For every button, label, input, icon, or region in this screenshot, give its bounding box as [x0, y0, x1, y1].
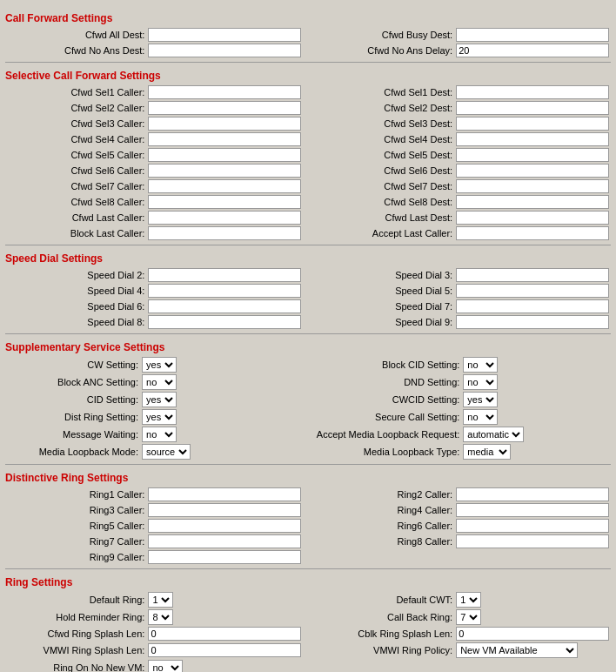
ring3-caller-label: Ring3 Caller: [90, 505, 145, 515]
cfwd-busy-dest-label: Cfwd Busy Dest: [382, 30, 452, 40]
ring5-caller-input[interactable] [148, 519, 301, 533]
ring7-caller-input[interactable] [148, 534, 301, 548]
vmwi-ring-splash-len-label: VMWI Ring Splash Len: [44, 645, 145, 655]
speed-dial-3-label: Speed Dial 3: [395, 270, 452, 280]
cfwd-sel4-dest-input[interactable] [456, 132, 609, 146]
page-container: Call Forward Settings Cfwd All Dest: Cfw… [0, 0, 616, 672]
vmwi-ring-splash-len-input[interactable] [148, 643, 301, 657]
cfwd-busy-dest-input[interactable] [456, 28, 609, 42]
default-ring-label: Default Ring: [90, 595, 145, 605]
accept-media-loopback-select[interactable]: automaticmanual [463, 427, 524, 442]
cblk-ring-splash-len-label: Cblk Ring Splash Len: [358, 628, 452, 639]
cfwd-last-caller-input[interactable] [148, 211, 301, 225]
cfwd-sel3-caller-label: Cfwd Sel3 Caller: [70, 118, 144, 129]
speed-dial-6-input[interactable] [148, 299, 301, 313]
cfwd-sel6-dest-input[interactable] [456, 164, 609, 178]
block-anc-setting-label: Block ANC Setting: [57, 377, 138, 387]
call-back-ring-select[interactable]: 123456789 [456, 609, 481, 625]
call-back-ring-label: Call Back Ring: [387, 612, 452, 622]
ring2-caller-input[interactable] [456, 487, 609, 501]
cfwd-sel8-caller-input[interactable] [148, 195, 301, 209]
cfwd-sel3-caller-input[interactable] [148, 117, 301, 131]
ring9-caller-label: Ring9 Caller: [90, 552, 145, 562]
ring7-caller-label: Ring7 Caller: [90, 536, 145, 547]
speed-dial-section: Speed Dial Settings Speed Dial 2: Speed … [5, 252, 611, 330]
dnd-setting-label: DND Setting: [404, 377, 459, 387]
speed-dial-4-input[interactable] [148, 284, 301, 298]
media-loopback-type-label: Media Loopback Type: [364, 447, 459, 457]
ring9-caller-input[interactable] [148, 550, 301, 564]
distinctive-ring-title: Distinctive Ring Settings [5, 472, 611, 484]
default-ring-select[interactable]: 123456789 [148, 592, 173, 608]
ring6-caller-label: Ring6 Caller: [398, 521, 453, 531]
cfwd-no-ans-dest-input[interactable] [148, 44, 301, 57]
cfwd-ring-splash-len-input[interactable] [148, 627, 301, 641]
ring6-caller-input[interactable] [456, 519, 609, 533]
cfwd-sel6-caller-label: Cfwd Sel6 Caller: [70, 165, 144, 176]
speed-dial-5-input[interactable] [456, 284, 609, 298]
secure-call-setting-label: Secure Call Setting: [375, 412, 459, 422]
cfwd-last-dest-input[interactable] [456, 211, 609, 225]
ring3-caller-input[interactable] [148, 503, 301, 517]
ring-on-no-new-vm-select[interactable]: noyes [148, 660, 183, 672]
cfwd-sel5-dest-label: Cfwd Sel5 Dest: [384, 150, 452, 160]
distinctive-ring-section: Distinctive Ring Settings Ring1 Caller: … [5, 472, 611, 565]
ring8-caller-input[interactable] [456, 534, 609, 548]
cfwd-sel6-dest-label: Cfwd Sel6 Dest: [384, 165, 452, 176]
speed-dial-2-input[interactable] [148, 268, 301, 282]
cfwd-no-ans-delay-label: Cfwd No Ans Delay: [367, 45, 452, 56]
hold-reminder-ring-select[interactable]: 123456789 [148, 609, 173, 625]
speed-dial-8-input[interactable] [148, 315, 301, 329]
cfwd-sel6-caller-input[interactable] [148, 164, 301, 178]
ring4-caller-input[interactable] [456, 503, 609, 517]
cfwd-sel2-dest-input[interactable] [456, 101, 609, 115]
cw-setting-label: CW Setting: [87, 360, 138, 370]
cfwd-sel1-dest-input[interactable] [456, 85, 609, 99]
accept-last-caller-input[interactable] [456, 226, 609, 240]
message-waiting-select[interactable]: noyes [142, 427, 177, 442]
speed-dial-3-input[interactable] [456, 268, 609, 282]
cfwd-sel2-caller-input[interactable] [148, 101, 301, 115]
cfwd-sel7-caller-input[interactable] [148, 179, 301, 193]
selective-call-forward-title: Selective Call Forward Settings [5, 70, 611, 82]
supplementary-title: Supplementary Service Settings [5, 341, 611, 353]
ring1-caller-input[interactable] [148, 487, 301, 501]
block-cid-setting-select[interactable]: noyes [463, 357, 498, 373]
speed-dial-6-label: Speed Dial 6: [87, 301, 144, 312]
vmwi-ring-policy-select[interactable]: New VM AvailableNone [456, 642, 578, 658]
speed-dial-7-input[interactable] [456, 299, 609, 313]
cfwd-last-dest-label: Cfwd Last Dest: [385, 212, 453, 223]
speed-dial-8-label: Speed Dial 8: [87, 317, 144, 327]
cid-setting-label: CID Setting: [87, 394, 138, 405]
cfwd-sel3-dest-label: Cfwd Sel3 Dest: [384, 118, 452, 129]
cfwd-sel4-caller-input[interactable] [148, 132, 301, 146]
ring-settings-title: Ring Settings [5, 576, 611, 588]
speed-dial-9-input[interactable] [456, 315, 609, 329]
cblk-ring-splash-len-input[interactable] [456, 627, 609, 641]
cfwd-all-dest-input[interactable] [148, 28, 301, 42]
message-waiting-label: Message Waiting: [63, 429, 138, 440]
dist-ring-setting-select[interactable]: yesno [142, 409, 177, 425]
media-loopback-mode-select[interactable]: sourcemirror [142, 444, 191, 460]
cfwd-no-ans-delay-input[interactable] [456, 44, 609, 57]
cwcid-setting-select[interactable]: yesno [463, 392, 498, 407]
cfwd-sel3-dest-input[interactable] [456, 117, 609, 131]
cfwd-sel5-caller-input[interactable] [148, 148, 301, 162]
block-last-caller-label: Block Last Caller: [70, 228, 145, 239]
cfwd-sel5-dest-input[interactable] [456, 148, 609, 162]
cfwd-sel1-caller-label: Cfwd Sel1 Caller: [70, 87, 144, 97]
cfwd-sel7-dest-input[interactable] [456, 179, 609, 193]
dnd-setting-select[interactable]: noyes [463, 374, 498, 390]
default-cwt-select[interactable]: 123456789 [456, 592, 481, 608]
block-anc-setting-select[interactable]: noyes [142, 374, 177, 390]
cid-setting-select[interactable]: yesno [142, 392, 177, 407]
cw-setting-select[interactable]: yesno [142, 357, 177, 373]
call-forward-title: Call Forward Settings [5, 12, 611, 24]
cfwd-sel1-caller-input[interactable] [148, 85, 301, 99]
cfwd-sel8-dest-input[interactable] [456, 195, 609, 209]
speed-dial-7-label: Speed Dial 7: [395, 301, 452, 312]
block-last-caller-input[interactable] [148, 226, 301, 240]
media-loopback-type-select[interactable]: mediapacket [463, 444, 511, 460]
secure-call-setting-select[interactable]: noyes [463, 409, 498, 425]
cfwd-sel8-caller-label: Cfwd Sel8 Caller: [70, 197, 144, 207]
